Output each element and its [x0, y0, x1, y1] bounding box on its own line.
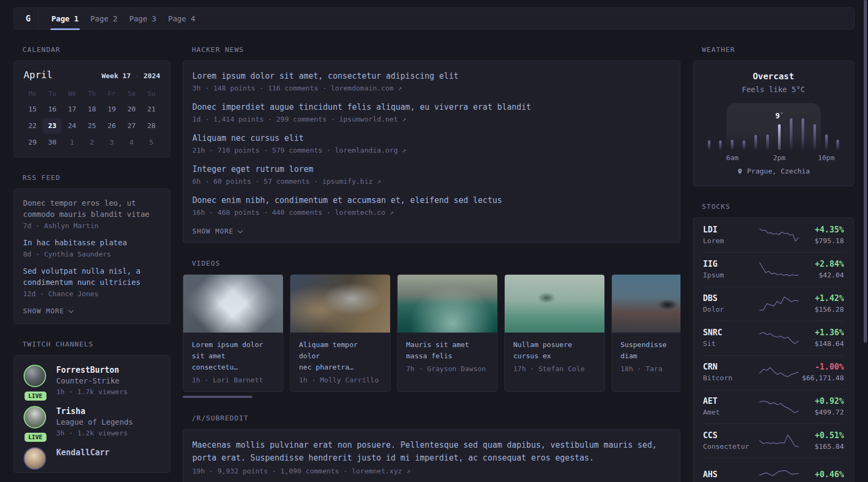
- weather-bar: [754, 135, 757, 150]
- calendar-week-number: Week 17: [101, 72, 131, 80]
- hn-item-title[interactable]: Donec enim nibh, condimentum et accumsan…: [192, 194, 671, 206]
- twitch-channel-game: Counter-Strike: [56, 375, 128, 387]
- calendar-date: 20: [122, 101, 141, 117]
- calendar-date: 3: [102, 134, 122, 150]
- stock-row-snrc[interactable]: SNRC Sit +1.36% $148.64: [703, 321, 844, 355]
- hn-item-title[interactable]: Lorem ipsum dolor sit amet, consectetur …: [192, 70, 671, 82]
- top-navbar: G Page 1Page 2Page 3Page 4: [13, 7, 855, 29]
- weather-time-label: 6am: [726, 154, 738, 162]
- stock-sparkline: [759, 397, 799, 416]
- hn-item-title[interactable]: Donec imperdiet augue tincidunt felis al…: [192, 101, 671, 113]
- weather-condition: Overcast: [707, 71, 840, 82]
- calendar-date: 5: [141, 134, 161, 150]
- weather-bar-chart: 9° 6am2pm10pm: [708, 102, 840, 162]
- stock-name: Ipsum: [703, 270, 759, 280]
- tab-page-1[interactable]: Page 1: [50, 8, 80, 29]
- stock-price: $148.64: [799, 339, 844, 349]
- videos-carousel: Lorem ipsum dolor sit amet consectetu… 1…: [183, 274, 680, 392]
- video-meta: 18h · Tara: [620, 365, 680, 373]
- calendar-day-header: Sa: [122, 87, 141, 101]
- calendar-date: 15: [23, 101, 42, 117]
- weather-peak-temp: 9°: [775, 111, 783, 120]
- calendar-day-header: Th: [82, 87, 102, 101]
- twitch-channel-name[interactable]: ForrestBurton: [56, 365, 128, 375]
- stock-row-dbs[interactable]: DBS Dolor +1.42% $156.28: [703, 287, 844, 321]
- twitch-channel-forrestburton[interactable]: LIVE ForrestBurton Counter-Strike 1h · 1…: [23, 364, 161, 397]
- video-card[interactable]: Mauris sit amet massa felis 7h · Grayson…: [397, 274, 498, 392]
- video-thumbnail[interactable]: [612, 275, 680, 333]
- subreddit-post-title[interactable]: Maecenas mollis pulvinar erat non posuer…: [192, 439, 671, 464]
- rss-item-meta: 7d · Ashlyn Martin: [23, 222, 161, 230]
- twitch-channel-name[interactable]: Trisha: [56, 406, 133, 417]
- hn-item: Lorem ipsum dolor sit amet, consectetur …: [192, 70, 671, 92]
- hacker-news-show-more-button[interactable]: SHOW MORE: [192, 226, 242, 236]
- stock-identity: AHS: [703, 469, 759, 481]
- twitch-channel-trisha[interactable]: LIVE Trisha League of Legends 3h · 1.2k …: [23, 405, 161, 438]
- video-meta: 7h · Grayson Dawson: [406, 365, 489, 373]
- calendar-day-header: We: [62, 87, 82, 101]
- hn-item-title[interactable]: Integer eget rutrum lorem: [192, 163, 671, 175]
- tab-page-3[interactable]: Page 3: [128, 8, 158, 29]
- video-thumbnail[interactable]: [183, 275, 283, 333]
- stock-row-crn[interactable]: CRN Bitcorn -1.00% $66,171.48: [703, 355, 844, 389]
- twitch-channel-meta: 3h · 1.2k viewers: [56, 428, 133, 438]
- hn-item-title[interactable]: Aliquam nec cursus elit: [192, 132, 671, 144]
- weather-widget: Overcast Feels like 5°C 9° 6am2pm10pm Pr…: [693, 61, 854, 186]
- video-title[interactable]: Suspendisse diam: [620, 341, 667, 360]
- videos-scrollbar-thumb[interactable]: [183, 396, 252, 398]
- stock-change: +4.35%: [799, 224, 844, 235]
- video-card[interactable]: Nullam posuere cursus ex 17h · Stefan Co…: [504, 274, 605, 392]
- weather-time-label: 2pm: [773, 154, 785, 162]
- page-scrollbar-thumb[interactable]: [864, 0, 867, 343]
- video-title[interactable]: Lorem ipsum dolor sit amet consectetu…: [192, 341, 263, 371]
- video-card[interactable]: Lorem ipsum dolor sit amet consectetu… 1…: [183, 274, 283, 392]
- tab-page-4[interactable]: Page 4: [167, 8, 197, 29]
- stock-change: +1.36%: [799, 327, 844, 338]
- hacker-news-widget: Lorem ipsum dolor sit amet, consectetur …: [183, 61, 680, 243]
- stock-row-ccs[interactable]: CCS Consectetur +0.51% $165.84: [703, 424, 844, 458]
- stock-values: +0.46%: [799, 469, 844, 481]
- avatar: [24, 365, 46, 387]
- video-card[interactable]: Aliquam tempor dolor nec pharetra… 1h · …: [290, 274, 391, 392]
- stock-values: +4.35% $795.18: [799, 224, 844, 246]
- video-title[interactable]: Nullam posuere cursus ex: [513, 341, 572, 360]
- twitch-channel-kendallcarr[interactable]: KendallCarr: [23, 447, 161, 470]
- calendar-date: 4: [122, 134, 141, 150]
- rss-item-title[interactable]: Sed volutpat nulla nisl, a condimentum n…: [23, 266, 161, 288]
- stock-row-ldi[interactable]: LDI Lorem +4.35% $795.18: [703, 218, 844, 252]
- video-thumbnail[interactable]: [398, 275, 497, 333]
- video-thumbnail[interactable]: [290, 275, 390, 333]
- stocks-widget: LDI Lorem +4.35% $795.18 IIG Ipsum +2.84…: [693, 217, 854, 482]
- rss-item-title[interactable]: Donec tempor eros leo, ut commodo mauris…: [23, 198, 161, 220]
- rss-item: Sed volutpat nulla nisl, a condimentum n…: [23, 266, 161, 298]
- rss-show-more-button[interactable]: SHOW MORE: [23, 306, 73, 316]
- stock-row-ahs[interactable]: AHS +0.46%: [703, 458, 844, 482]
- stock-name: Consectetur: [703, 442, 759, 451]
- calendar-month: April: [24, 69, 53, 80]
- tab-page-2[interactable]: Page 2: [89, 8, 119, 29]
- stock-price: $156.28: [799, 305, 844, 314]
- stock-row-aet[interactable]: AET Amet +0.92% $499.72: [703, 389, 844, 424]
- stock-values: -1.00% $66,171.48: [799, 362, 844, 383]
- live-badge: LIVE: [25, 391, 47, 401]
- hn-item-meta: 16h · 468 points · 440 comments · loremt…: [192, 208, 671, 216]
- stock-row-iig[interactable]: IIG Ipsum +2.84% $42.04: [703, 252, 844, 287]
- hn-item-meta: 3h · 148 points · 116 comments · loremdo…: [192, 84, 671, 92]
- right-column: WEATHER Overcast Feels like 5°C 9° 6am2p…: [693, 29, 854, 482]
- rss-item-meta: 8d · Cynthia Saunders: [23, 250, 161, 258]
- rss-item-title[interactable]: In hac habitasse platea: [23, 237, 161, 248]
- video-card[interactable]: Suspendisse diam 18h · Tara: [611, 274, 680, 392]
- video-title[interactable]: Mauris sit amet massa felis: [406, 341, 469, 360]
- video-title[interactable]: Aliquam tempor dolor nec pharetra…: [299, 341, 358, 371]
- avatar: [24, 447, 46, 470]
- rss-widget: Donec tempor eros leo, ut commodo mauris…: [13, 189, 170, 324]
- show-more-label: SHOW MORE: [192, 227, 234, 235]
- video-card-body: Nullam posuere cursus ex 17h · Stefan Co…: [505, 333, 604, 380]
- video-thumbnail[interactable]: [505, 275, 604, 333]
- weather-bar: [825, 134, 828, 150]
- twitch-channel-name[interactable]: KendallCarr: [56, 447, 109, 458]
- calendar-date: 21: [141, 101, 161, 117]
- weather-bar: [778, 124, 781, 150]
- stock-price: $499.72: [799, 408, 844, 417]
- app-logo[interactable]: G: [26, 14, 31, 24]
